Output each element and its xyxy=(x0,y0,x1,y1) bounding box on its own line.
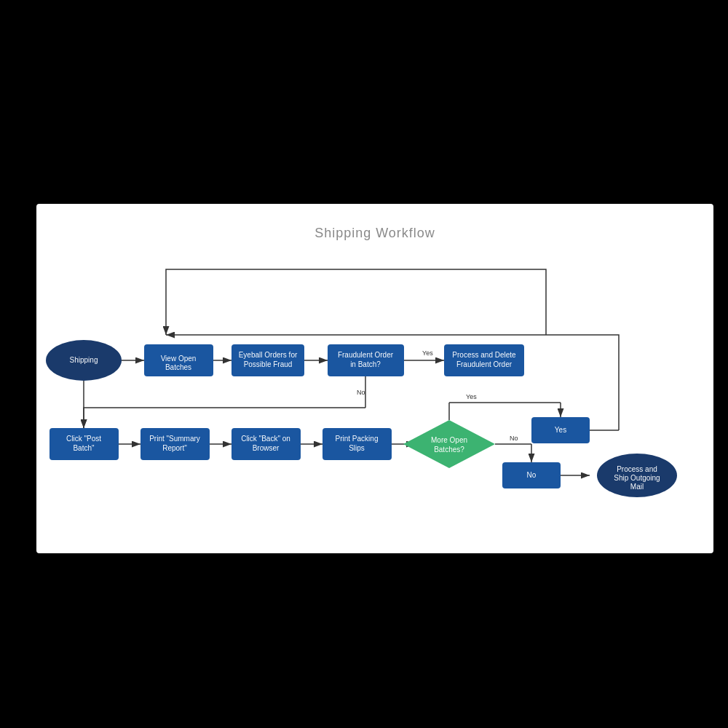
svg-text:Print "Summary: Print "Summary xyxy=(149,435,200,443)
svg-text:Print Packing: Print Packing xyxy=(336,435,379,443)
svg-text:in Batch?: in Batch? xyxy=(350,360,381,368)
svg-text:Click "Back" on: Click "Back" on xyxy=(241,435,290,443)
svg-text:Batches?: Batches? xyxy=(434,446,464,454)
svg-text:Slips: Slips xyxy=(349,444,365,452)
svg-text:No: No xyxy=(527,471,537,479)
no-label-1: No xyxy=(357,389,365,396)
svg-text:More Open: More Open xyxy=(431,436,467,444)
diagram-area: Shipping Workflow Shipping View Open Bat… xyxy=(36,204,713,553)
no-label-2: No xyxy=(510,435,518,442)
svg-text:Eyeball Orders for: Eyeball Orders for xyxy=(239,351,298,359)
svg-text:Mail: Mail xyxy=(630,483,644,491)
svg-text:Process and: Process and xyxy=(617,465,657,473)
shipping-label: Shipping xyxy=(70,356,98,364)
svg-text:Batch": Batch" xyxy=(73,444,95,452)
svg-text:Browser: Browser xyxy=(253,444,280,452)
yes-label-1: Yes xyxy=(422,349,433,357)
svg-text:Yes: Yes xyxy=(555,426,566,434)
view-open-batches-label: View Open xyxy=(161,355,197,363)
svg-text:Possible Fraud: Possible Fraud xyxy=(244,360,293,368)
svg-text:Report": Report" xyxy=(162,444,187,452)
svg-text:Fraudulent Order: Fraudulent Order xyxy=(338,351,394,359)
yes-label-2: Yes xyxy=(466,393,477,400)
svg-text:Fraudulent Order: Fraudulent Order xyxy=(456,360,513,368)
svg-text:Process and Delete: Process and Delete xyxy=(452,351,516,359)
svg-text:Ship Outgoing: Ship Outgoing xyxy=(614,474,660,482)
svg-text:Click "Post: Click "Post xyxy=(66,435,101,443)
svg-text:Batches: Batches xyxy=(165,363,191,371)
more-open-batches-node xyxy=(403,420,495,468)
